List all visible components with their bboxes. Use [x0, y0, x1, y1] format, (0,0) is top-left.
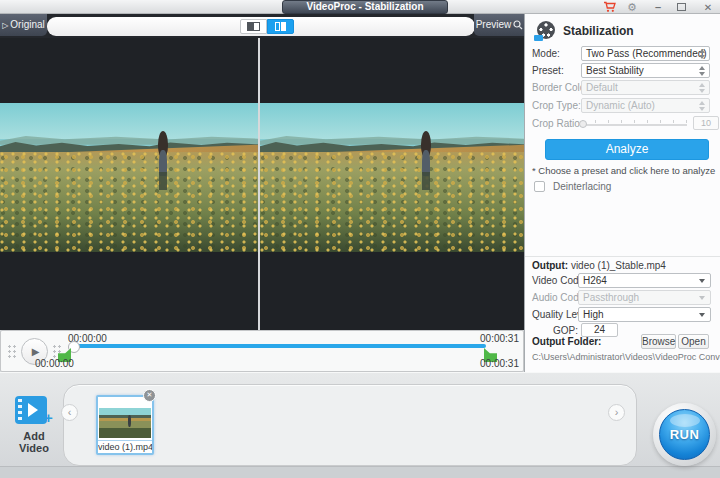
- add-video-plus-icon: +: [44, 409, 53, 426]
- quality-level-row: Quality Level: High: [525, 307, 720, 322]
- output-label: Output:: [532, 260, 568, 271]
- crop-type-select: Dynamic (Auto): [581, 98, 710, 113]
- mode-label: Mode:: [532, 48, 560, 59]
- video-codec-value: H264: [583, 275, 607, 286]
- open-button[interactable]: Open: [678, 334, 709, 349]
- trim-start-time: 00:00:00: [35, 358, 74, 369]
- grip-handle-icon[interactable]: [7, 344, 18, 360]
- timeline-track[interactable]: [72, 344, 486, 348]
- minimize-button[interactable]: –: [650, 0, 666, 14]
- analyze-button[interactable]: Analyze: [545, 139, 709, 160]
- preset-label: Preset:: [532, 65, 564, 76]
- mode-row: Mode: Two Pass (Recommended): [525, 46, 720, 61]
- timeline-panel: ▶ 00:00:00 00:00:31 00:00:00 00:00:31: [0, 330, 524, 372]
- video-preview-area: [0, 38, 525, 330]
- video-clip-thumbnail: [99, 408, 151, 438]
- crop-type-row: Crop Type: Dynamic (Auto): [525, 98, 720, 113]
- split-view-toggle-button[interactable]: [267, 19, 294, 34]
- video-person: [154, 131, 172, 193]
- output-folder-label: Output Folder:: [532, 336, 601, 347]
- spinner-icon: [699, 101, 706, 111]
- video-flower-field: [260, 152, 524, 252]
- maximize-button[interactable]: [673, 0, 689, 14]
- audio-codec-value: Passthrough: [583, 292, 639, 303]
- gop-label: GOP:: [553, 325, 578, 336]
- tab-preview-label: Preview: [476, 14, 512, 36]
- tab-original[interactable]: ▷Original: [0, 14, 47, 36]
- preset-select[interactable]: Best Stability: [581, 63, 710, 78]
- output-filename: video (1)_Stable.mp4: [571, 260, 666, 271]
- window-title: VideoProc - Stabilization: [282, 0, 448, 14]
- close-button[interactable]: ✕: [699, 0, 717, 14]
- video-codec-select[interactable]: H264: [578, 273, 711, 288]
- video-codec-row: Video Codec: H264: [525, 273, 720, 288]
- timeline-end-time-top: 00:00:31: [480, 333, 519, 344]
- stabilization-panel: Stabilization Mode: Two Pass (Recommende…: [524, 14, 720, 372]
- add-video-icon[interactable]: [15, 396, 47, 424]
- preview-toolbar: ▷Original Preview: [0, 14, 525, 38]
- single-view-icon: [247, 22, 260, 31]
- crop-ratio-slider: [582, 124, 687, 126]
- video-clip-card[interactable]: video (1).mp4: [96, 395, 154, 455]
- scroll-right-button[interactable]: ›: [608, 404, 625, 421]
- split-view-left-icon: [275, 22, 280, 31]
- video-sky: [0, 103, 258, 139]
- video-clip-name: video (1).mp4: [98, 440, 152, 453]
- audio-codec-row: Audio Codec: Passthrough: [525, 290, 720, 305]
- crop-ratio-label: Crop Ratio:: [532, 118, 583, 129]
- media-bar-footer: [0, 466, 720, 478]
- preset-row: Preset: Best Stability: [525, 63, 720, 78]
- border-color-select: Default: [581, 80, 710, 95]
- audio-codec-select: Passthrough: [578, 290, 711, 305]
- tab-original-label: Original: [10, 19, 44, 30]
- spinner-icon: [699, 49, 706, 59]
- mode-value: Two Pass (Recommended): [586, 48, 707, 59]
- preset-value: Best Stability: [586, 65, 644, 76]
- crop-ratio-value: 10: [693, 116, 719, 130]
- crop-ratio-slider-knob: [579, 120, 587, 128]
- gop-input[interactable]: 24: [581, 323, 618, 337]
- video-person: [417, 131, 435, 193]
- crop-type-value: Dynamic (Auto): [586, 100, 655, 111]
- crop-type-label: Crop Type:: [532, 100, 581, 111]
- cart-icon[interactable]: [601, 0, 619, 14]
- stabilized-video-pane[interactable]: [260, 38, 524, 330]
- crop-ratio-row: Crop Ratio: 10: [525, 116, 720, 131]
- remove-clip-button[interactable]: ✕: [143, 389, 156, 402]
- video-flower-field: [0, 152, 258, 252]
- tab-preview[interactable]: Preview: [474, 14, 525, 36]
- quality-level-value: High: [583, 309, 604, 320]
- magnifier-icon: [513, 20, 523, 30]
- deinterlacing-label: Deinterlacing: [553, 181, 611, 192]
- original-video-frame: [0, 103, 258, 252]
- media-bar: + Add Video ‹ › video (1).mp4 ✕ RUN: [0, 372, 720, 478]
- analyze-note: * Choose a preset and click here to anal…: [532, 165, 715, 176]
- add-video-label[interactable]: Add Video: [8, 430, 60, 454]
- single-view-toggle-button[interactable]: [240, 19, 267, 34]
- video-sky: [260, 103, 524, 139]
- spinner-icon: [699, 66, 706, 76]
- border-color-value: Default: [586, 82, 618, 93]
- output-folder-path: C:\Users\Administrator\Videos\VideoProc …: [532, 352, 720, 362]
- run-button[interactable]: RUN: [659, 409, 710, 460]
- title-bar: VideoProc - Stabilization ⚙ – ✕: [0, 0, 720, 14]
- play-outline-icon: ▷: [2, 21, 8, 30]
- panel-separator: [525, 256, 720, 257]
- scroll-left-button[interactable]: ‹: [61, 404, 78, 421]
- film-reel-icon: [537, 21, 555, 39]
- browse-button[interactable]: Browse: [641, 334, 676, 349]
- stabilized-video-frame: [260, 103, 524, 252]
- original-video-pane[interactable]: [0, 38, 258, 330]
- run-button-ring: RUN: [653, 403, 716, 466]
- deinterlacing-checkbox[interactable]: [534, 181, 545, 192]
- spinner-icon: [699, 83, 706, 93]
- border-color-row: Border Color: Default: [525, 80, 720, 95]
- settings-gear-icon[interactable]: ⚙: [624, 0, 640, 14]
- trim-end-time: 00:00:31: [480, 358, 519, 369]
- panel-title: Stabilization: [563, 24, 634, 38]
- split-view-right-icon: [281, 22, 286, 31]
- quality-level-select[interactable]: High: [578, 307, 711, 322]
- view-mode-toggle: [240, 19, 294, 34]
- output-file-line: Output: video (1)_Stable.mp4: [532, 260, 666, 271]
- mode-select[interactable]: Two Pass (Recommended): [581, 46, 710, 61]
